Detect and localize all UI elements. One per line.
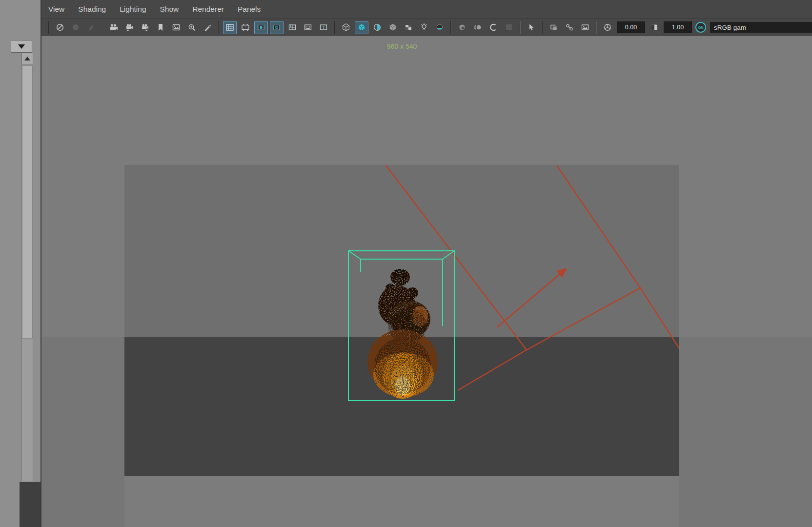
panel-toolbar: T	[41, 18, 812, 36]
wireframe-mode-button[interactable]	[339, 21, 353, 34]
toolbar-separator	[596, 21, 597, 34]
menu-renderer[interactable]: Renderer	[192, 5, 224, 14]
direction-arrow[interactable]	[497, 268, 567, 327]
circle-slash-icon	[56, 23, 64, 32]
disabled-square-icon	[505, 23, 513, 32]
safe-action-toggle-button[interactable]	[301, 21, 315, 34]
film-gate-icon	[241, 23, 250, 32]
safe-action-icon	[304, 23, 312, 32]
texture-snapshot-button[interactable]	[578, 21, 592, 34]
camera-icon	[109, 23, 118, 32]
x-ray-toggle-button[interactable]	[547, 21, 561, 34]
shadows-sphere-icon	[435, 23, 444, 32]
photo-icon	[581, 23, 589, 32]
wireframe-on-shaded-button[interactable]	[402, 21, 415, 34]
scrollbar-thumb[interactable]	[22, 65, 33, 339]
x-ray-joints-toggle-button[interactable]	[563, 21, 576, 34]
contrast-button[interactable]	[648, 21, 661, 34]
grease-pencil-button[interactable]	[201, 21, 214, 34]
grid-icon	[225, 23, 234, 32]
toolbar-separator	[542, 21, 543, 34]
scrollbar-track[interactable]	[21, 64, 33, 481]
grid-toggle-button[interactable]	[223, 21, 237, 34]
svg-text:T: T	[323, 25, 325, 30]
dimmed-tool-b-button[interactable]	[84, 21, 98, 34]
checker-icon	[404, 23, 413, 32]
view-transform-select[interactable]: sRGB gam	[710, 22, 812, 33]
arrow-up-icon	[24, 57, 30, 61]
bookmark-button[interactable]	[154, 21, 167, 34]
camera-arrow-left-icon	[125, 23, 134, 32]
gate-mask-toggle-button[interactable]	[270, 21, 284, 34]
scroll-up-button[interactable]	[21, 53, 33, 64]
camera-attributes-next-button[interactable]	[138, 21, 152, 34]
image-plane-icon	[172, 23, 181, 32]
viewport[interactable]: 960 x 540	[41, 36, 812, 527]
scene	[124, 165, 679, 476]
menu-lighting[interactable]: Lighting	[120, 5, 146, 14]
film-gate-toggle-button[interactable]	[239, 21, 252, 34]
bottom-panel-edge	[20, 482, 41, 527]
ambient-occlusion-icon	[458, 23, 467, 32]
disabled-slot-button[interactable]	[502, 21, 516, 34]
isolate-select-button[interactable]	[525, 21, 538, 34]
x-ray-joints-icon	[565, 23, 574, 32]
pan-zoom-button[interactable]	[185, 21, 199, 34]
gamma-input[interactable]	[664, 21, 692, 33]
circle-slash-button[interactable]	[53, 21, 67, 34]
maya-viewport-window: View Shading Lighting Show Renderer Pane…	[0, 0, 812, 527]
left-scrollbar[interactable]	[21, 53, 33, 481]
fire-soot-speckle	[374, 309, 431, 394]
chevron-down-icon	[18, 44, 25, 49]
toolbar-separator	[520, 21, 521, 34]
toolbar-separator	[48, 21, 49, 34]
menu-view[interactable]: View	[48, 5, 64, 14]
image-plane-button[interactable]	[169, 21, 183, 34]
color-management-on-toggle[interactable]: ON	[695, 22, 706, 33]
anti-aliasing-toggle-button[interactable]	[487, 21, 500, 34]
smooth-shade-mode-button[interactable]	[355, 21, 368, 34]
safe-title-toggle-button[interactable]: T	[317, 21, 330, 34]
dimmed-tool-a-button[interactable]	[69, 21, 82, 34]
ground-plane-left	[41, 337, 124, 527]
motion-blur-toggle-button[interactable]	[471, 21, 485, 34]
safe-title-icon: T	[319, 23, 328, 32]
exposure-button[interactable]	[601, 21, 614, 34]
use-default-material-button[interactable]	[386, 21, 400, 34]
exposure-aperture-icon	[603, 23, 612, 32]
textured-mode-button[interactable]	[370, 21, 384, 34]
dimmed-circle-icon	[71, 23, 80, 32]
toolbar-separator	[218, 21, 219, 34]
panel-header: View Shading Lighting Show Renderer Pane…	[41, 0, 812, 36]
wireframe-cube-icon	[342, 23, 350, 32]
resolution-gate-toggle-button[interactable]	[254, 21, 268, 34]
pan-zoom-icon	[187, 23, 196, 32]
textured-sphere-icon	[373, 23, 382, 32]
field-chart-toggle-button[interactable]	[285, 21, 299, 34]
motion-blur-icon	[473, 23, 482, 32]
resolution-gate-region	[124, 165, 679, 476]
menu-shading[interactable]: Shading	[78, 5, 106, 14]
default-material-cube-icon	[388, 23, 397, 32]
menu-panels[interactable]: Panels	[238, 5, 261, 14]
x-ray-icon	[549, 23, 558, 32]
menu-show[interactable]: Show	[160, 5, 179, 14]
resolution-gate-icon	[257, 23, 265, 32]
cursor-arrow-icon	[527, 23, 536, 32]
light-bulb-icon	[420, 23, 428, 32]
use-all-lights-button[interactable]	[417, 21, 431, 34]
shaded-cube-icon	[357, 23, 366, 32]
panel-dropdown[interactable]	[11, 40, 32, 53]
dimmed-brush-icon	[87, 23, 96, 32]
gate-mask-icon	[272, 23, 281, 32]
exposure-input[interactable]	[617, 21, 645, 33]
camera-arrow-right-icon	[141, 23, 149, 32]
occlusion-toggle-button[interactable]	[455, 21, 469, 34]
shadows-toggle-button[interactable]	[433, 21, 447, 34]
toolbar-separator	[334, 21, 335, 34]
anti-aliasing-icon	[489, 23, 498, 32]
toolbar-separator	[450, 21, 451, 34]
camera-attributes-prev-button[interactable]	[122, 21, 136, 34]
ground-plane-right	[679, 337, 812, 527]
select-camera-button[interactable]	[107, 21, 121, 34]
